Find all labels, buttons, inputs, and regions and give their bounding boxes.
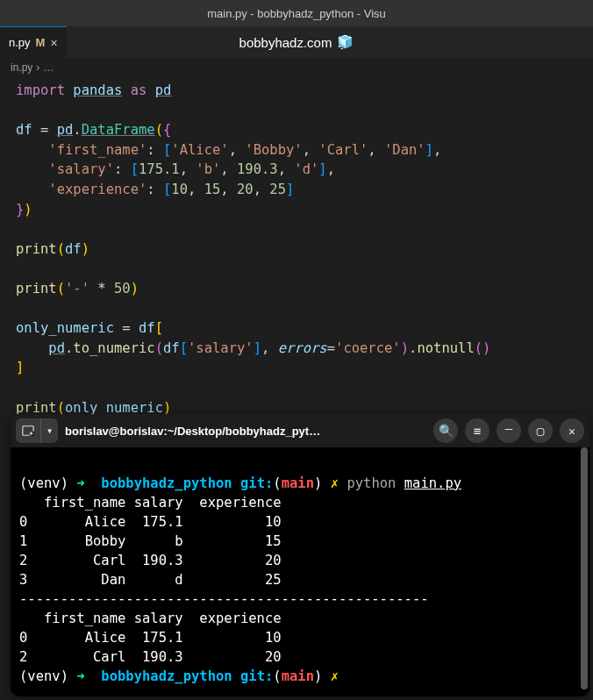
close-tab-icon[interactable]: × [50,36,57,50]
minimize-button[interactable]: — [497,418,521,443]
breadcrumb-sep-icon: › [36,61,39,74]
terminal-icon [22,425,34,437]
terminal-scrollbar[interactable] [581,447,588,689]
tab-filename: n.py [9,36,31,49]
breadcrumb-file: in.py [11,61,32,74]
menu-icon: ≡ [474,424,481,438]
breadcrumb-more: … [43,61,54,74]
terminal-window: ▾ borislav@borislav:~/Desktop/bobbyhadz_… [11,414,589,696]
search-button[interactable]: 🔍 [433,418,458,443]
terminal-title: borislav@borislav:~/Desktop/bobbyhadz_py… [65,425,426,438]
search-icon: 🔍 [439,424,454,438]
chevron-down-icon[interactable]: ⌄ [18,120,24,140]
maximize-button[interactable]: ▢ [528,418,553,443]
maximize-icon: ▢ [537,424,544,438]
watermark: bobbyhadz.com 🧊 [239,34,354,50]
code-editor[interactable]: import pandas as pd ⌄df = pd.DataFrame({… [0,77,593,421]
editor-tab-bar: n.py M × bobbyhadz.com 🧊 [0,26,593,58]
cube-icon: 🧊 [337,34,354,50]
close-icon: ✕ [568,425,575,438]
window-title: main.py - bobbyhadz_python - Visu [207,7,386,20]
new-tab-dropdown[interactable]: ▾ [40,418,58,443]
terminal-header: ▾ borislav@borislav:~/Desktop/bobbyhadz_… [11,414,589,447]
terminal-body[interactable]: (venv) ➜ bobbyhadz_python git:(main) ✗ p… [11,447,589,696]
terminal-new-tab-group: ▾ [16,418,58,443]
tab-modified-indicator: M [36,36,46,49]
breadcrumb[interactable]: in.py › … [0,58,593,77]
close-button[interactable]: ✕ [560,418,584,443]
window-title-bar: main.py - bobbyhadz_python - Visu [0,0,593,26]
tab-main-py[interactable]: n.py M × [0,26,67,58]
new-tab-button[interactable] [16,418,40,443]
minimize-icon: — [505,421,512,435]
menu-button[interactable]: ≡ [465,418,489,443]
